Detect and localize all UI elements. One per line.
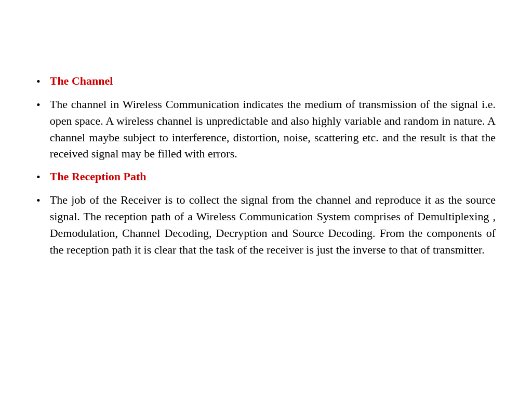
channel-heading: The Channel: [50, 73, 496, 89]
bullet-dot-1: •: [36, 74, 41, 90]
channel-heading-text: The Channel: [50, 74, 113, 87]
reception-body-text: The job of the Receiver is to collect th…: [50, 192, 496, 258]
main-content: • The Channel • The channel in Wireless …: [0, 0, 532, 285]
list-item-channel-heading: • The Channel: [36, 73, 496, 90]
bullet-list: • The Channel • The channel in Wireless …: [36, 73, 496, 258]
bullet-dot-4: •: [36, 193, 41, 209]
list-item-reception-body: • The job of the Receiver is to collect …: [36, 192, 496, 258]
list-item-reception-heading: • The Reception Path: [36, 168, 496, 185]
reception-heading-text: The Reception Path: [50, 170, 147, 183]
channel-body-text: The channel in Wireless Communication in…: [50, 96, 496, 163]
reception-heading: The Reception Path: [50, 168, 496, 185]
list-item-channel-body: • The channel in Wireless Communication …: [36, 96, 496, 163]
bullet-dot-3: •: [36, 169, 41, 185]
bullet-dot-2: •: [36, 97, 41, 113]
